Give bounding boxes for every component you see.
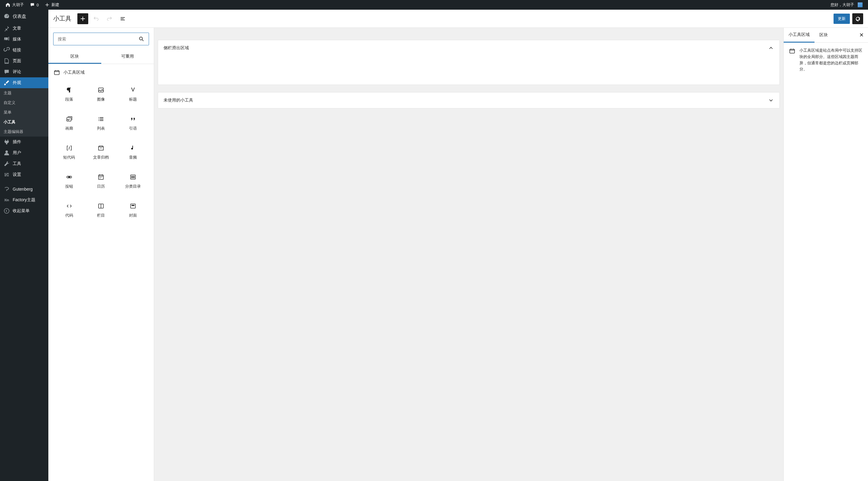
sidebar-item-pages[interactable]: 页面 [0,56,49,66]
block-item-archives[interactable]: 文章归档 [85,138,117,167]
settings-tab-widget-area[interactable]: 小工具区域 [784,28,814,42]
topbar-new-label: 新建 [51,2,59,7]
sidebar-item-links[interactable]: 链接 [0,45,49,56]
block-item-gallery[interactable]: 画廊 [53,109,85,138]
widget-canvas: 侧栏滑出区域 未使用的小工具 [154,28,783,481]
block-label: 封面 [129,213,137,218]
button-icon [66,173,73,181]
block-item-image[interactable]: 图像 [85,80,117,109]
block-item-columns[interactable]: 栏目 [85,196,117,225]
sidebar-sub-menus[interactable]: 菜单 [0,107,49,117]
update-button[interactable]: 更新 [834,13,850,24]
plugin-icon [4,139,10,145]
block-item-list[interactable]: 列表 [85,109,117,138]
sidebar-sub-themes[interactable]: 主题 [0,88,49,98]
inserter-toggle-button[interactable] [78,13,88,24]
block-item-audio[interactable]: 音频 [117,138,149,167]
svg-point-2 [139,37,142,40]
tab-reusable[interactable]: 可重用 [101,50,154,64]
quote-icon [129,116,136,123]
block-item-button[interactable]: 按钮 [53,167,85,196]
sidebar-item-comments[interactable]: 评论 [0,66,49,77]
comment-icon [30,2,35,7]
settings-toggle-button[interactable] [852,13,863,24]
svg-point-0 [5,151,8,153]
sidebar-item-factory[interactable]: Xin Factory主题 [0,195,49,205]
sidebar-item-media[interactable]: 媒体 [0,34,49,45]
topbar-comments[interactable]: 0 [27,0,42,10]
sidebar-item-settings[interactable]: 设置 [0,169,49,180]
settings-panel: 小工具区域 区块 ✕ 小工具区域是站点布局中可以支持区块的全局部分。这些区域因主… [783,28,868,481]
brush-icon [4,80,10,86]
avatar [858,2,863,7]
category-label: 小工具区域 [63,70,85,75]
sidebar-item-users[interactable]: 用户 [0,148,49,158]
sidebar-item-dashboard[interactable]: 仪表盘 [0,10,49,23]
list-view-button[interactable] [117,13,128,24]
list-view-icon [119,15,126,22]
sidebar-appearance-submenu: 主题 自定义 菜单 小工具 主题编辑器 [0,88,49,136]
block-item-shortcode[interactable]: 短代码 [53,138,85,167]
plus-icon [45,2,50,7]
heading-icon [129,87,136,94]
block-label: 标题 [129,97,137,102]
editor-header: 小工具 更新 [49,10,868,28]
block-item-cover[interactable]: 封面 [117,196,149,225]
sidebar-item-appearance[interactable]: 外观 [0,77,49,88]
sidebar-item-posts[interactable]: 文章 [0,23,49,34]
block-grid: 段落图像标题画廊列表引语短代码文章归档音频按钮日历分类目录代码栏目封面 [53,80,149,225]
close-icon: ✕ [859,32,864,38]
admin-topbar: 大胡子 0 新建 您好，大胡子 [0,0,868,10]
topbar-site-link[interactable]: 大胡子 [2,0,27,10]
settings-close-button[interactable]: ✕ [855,32,868,38]
sidebar-item-label: 媒体 [13,37,21,42]
svg-point-1 [4,209,9,213]
topbar-account[interactable]: 您好，大胡子 [828,0,866,10]
block-item-code[interactable]: 代码 [53,196,85,225]
sidebar-sub-theme-editor[interactable]: 主题编辑器 [0,127,49,136]
sidebar-item-tools[interactable]: 工具 [0,158,49,169]
sidebar-item-plugins[interactable]: 插件 [0,136,49,148]
widget-area-title: 未使用的小工具 [163,98,193,103]
columns-icon [97,202,104,210]
block-item-categories[interactable]: 分类目录 [117,167,149,196]
widget-area-toggle[interactable]: 侧栏滑出区域 [158,40,779,56]
block-label: 图像 [97,97,105,102]
sidebar-item-collapse[interactable]: 收起菜单 [0,205,49,216]
sidebar-sub-widgets[interactable]: 小工具 [0,117,49,127]
svg-point-10 [131,176,132,177]
undo-button[interactable] [91,13,101,24]
settings-tab-block[interactable]: 区块 [814,28,833,42]
block-item-heading[interactable]: 标题 [117,80,149,109]
block-label: 画廊 [65,126,73,131]
sidebar-sub-customize[interactable]: 自定义 [0,98,49,107]
shortcode-icon [66,145,73,152]
search-icon [138,36,145,42]
block-item-quote[interactable]: 引语 [117,109,149,138]
comment-icon [4,69,10,75]
cover-icon [129,202,136,210]
paragraph-icon [66,87,73,94]
svg-rect-18 [132,205,134,206]
tab-blocks[interactable]: 区块 [49,50,101,64]
block-item-calendar[interactable]: 日历 [85,167,117,196]
sidebar-item-label: 设置 [13,172,21,178]
widget-area-sidebar-slideout: 侧栏滑出区域 [158,40,780,85]
widget-area-body[interactable] [158,56,779,85]
audio-icon [129,145,136,152]
block-item-paragraph[interactable]: 段落 [53,80,85,109]
sidebar-item-label: 文章 [13,26,21,31]
inserter-tabs: 区块 可重用 [49,50,154,64]
gallery-icon [66,116,73,123]
block-search-input[interactable] [58,37,138,41]
widget-area-toggle[interactable]: 未使用的小工具 [158,92,779,108]
topbar-site-name: 大胡子 [12,2,24,7]
svg-rect-17 [130,204,135,208]
block-search-box[interactable] [53,33,149,45]
block-label: 段落 [65,97,73,102]
code-icon [66,202,73,210]
sidebar-item-gutenberg[interactable]: Gutenberg [0,184,49,195]
topbar-new[interactable]: 新建 [42,0,62,10]
admin-sidebar: 仪表盘 文章 媒体 链接 页面 评论 外观 主题 自定义 菜单 [0,10,49,481]
redo-button[interactable] [104,13,115,24]
